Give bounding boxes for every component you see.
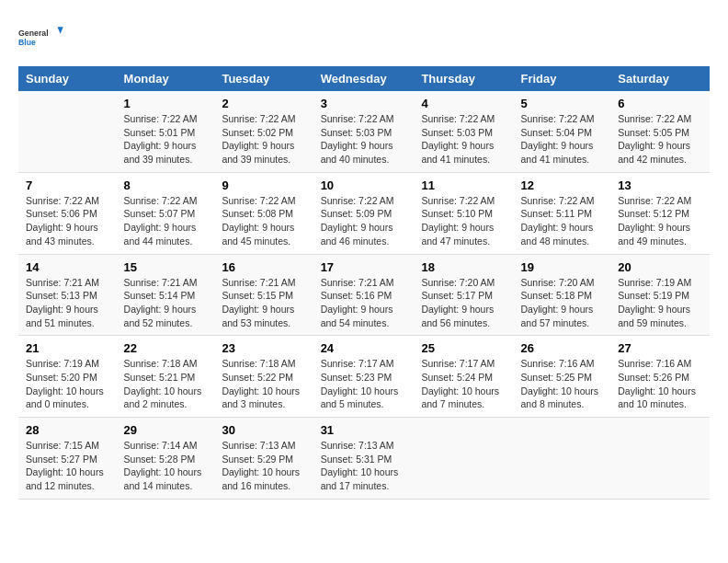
- day-info: Sunrise: 7:22 AM Sunset: 5:10 PM Dayligh…: [421, 194, 506, 248]
- day-info: Sunrise: 7:20 AM Sunset: 5:18 PM Dayligh…: [520, 276, 603, 330]
- day-number: 13: [618, 178, 702, 192]
- calendar-cell: [18, 91, 117, 172]
- day-number: 19: [520, 260, 603, 274]
- day-info: Sunrise: 7:22 AM Sunset: 5:01 PM Dayligh…: [124, 112, 208, 167]
- day-number: 23: [222, 341, 305, 355]
- calendar-cell: [610, 418, 710, 500]
- calendar-week-row: 14Sunrise: 7:21 AM Sunset: 5:13 PM Dayli…: [18, 254, 710, 336]
- day-number: 26: [520, 341, 603, 355]
- calendar-cell: 20Sunrise: 7:19 AM Sunset: 5:19 PM Dayli…: [610, 254, 710, 336]
- calendar-cell: 15Sunrise: 7:21 AM Sunset: 5:14 PM Dayli…: [117, 254, 215, 336]
- calendar-cell: 23Sunrise: 7:18 AM Sunset: 5:22 PM Dayli…: [214, 336, 313, 418]
- weekday-header-thursday: Thursday: [414, 66, 513, 91]
- calendar-cell: 12Sunrise: 7:22 AM Sunset: 5:11 PM Dayli…: [513, 172, 610, 254]
- calendar-cell: 30Sunrise: 7:13 AM Sunset: 5:29 PM Dayli…: [214, 418, 313, 500]
- calendar-week-row: 7Sunrise: 7:22 AM Sunset: 5:06 PM Daylig…: [18, 172, 710, 254]
- day-info: Sunrise: 7:17 AM Sunset: 5:23 PM Dayligh…: [321, 357, 407, 411]
- calendar-cell: 4Sunrise: 7:22 AM Sunset: 5:03 PM Daylig…: [414, 91, 513, 172]
- calendar-cell: 10Sunrise: 7:22 AM Sunset: 5:09 PM Dayli…: [313, 172, 415, 254]
- day-info: Sunrise: 7:22 AM Sunset: 5:09 PM Dayligh…: [321, 194, 407, 248]
- calendar-cell: 7Sunrise: 7:22 AM Sunset: 5:06 PM Daylig…: [18, 172, 117, 254]
- calendar-cell: 8Sunrise: 7:22 AM Sunset: 5:07 PM Daylig…: [117, 172, 215, 254]
- day-info: Sunrise: 7:16 AM Sunset: 5:26 PM Dayligh…: [618, 357, 702, 411]
- calendar-cell: 25Sunrise: 7:17 AM Sunset: 5:24 PM Dayli…: [414, 336, 513, 418]
- svg-text:Blue: Blue: [18, 38, 36, 47]
- calendar-cell: 26Sunrise: 7:16 AM Sunset: 5:25 PM Dayli…: [513, 336, 610, 418]
- calendar-cell: 27Sunrise: 7:16 AM Sunset: 5:26 PM Dayli…: [610, 336, 710, 418]
- svg-marker-2: [58, 27, 63, 34]
- day-info: Sunrise: 7:22 AM Sunset: 5:02 PM Dayligh…: [222, 112, 305, 167]
- calendar-cell: 21Sunrise: 7:19 AM Sunset: 5:20 PM Dayli…: [18, 336, 117, 418]
- day-number: 5: [520, 97, 603, 110]
- day-number: 25: [421, 341, 506, 355]
- day-info: Sunrise: 7:22 AM Sunset: 5:03 PM Dayligh…: [421, 112, 506, 167]
- day-number: 12: [520, 178, 603, 192]
- day-info: Sunrise: 7:18 AM Sunset: 5:21 PM Dayligh…: [124, 357, 208, 411]
- weekday-header-tuesday: Tuesday: [214, 66, 313, 91]
- day-info: Sunrise: 7:19 AM Sunset: 5:20 PM Dayligh…: [26, 357, 109, 411]
- day-number: 16: [222, 260, 305, 274]
- weekday-header-saturday: Saturday: [610, 66, 710, 91]
- day-info: Sunrise: 7:16 AM Sunset: 5:25 PM Dayligh…: [520, 357, 603, 411]
- logo: General Blue: [18, 18, 64, 57]
- day-info: Sunrise: 7:22 AM Sunset: 5:03 PM Dayligh…: [321, 112, 407, 167]
- day-number: 17: [321, 260, 407, 274]
- day-info: Sunrise: 7:21 AM Sunset: 5:16 PM Dayligh…: [321, 276, 407, 330]
- weekday-header-wednesday: Wednesday: [313, 66, 415, 91]
- day-info: Sunrise: 7:19 AM Sunset: 5:19 PM Dayligh…: [618, 276, 702, 330]
- calendar-cell: 3Sunrise: 7:22 AM Sunset: 5:03 PM Daylig…: [313, 91, 415, 172]
- day-number: 6: [618, 97, 702, 110]
- day-number: 3: [321, 97, 407, 110]
- day-info: Sunrise: 7:21 AM Sunset: 5:14 PM Dayligh…: [124, 276, 208, 330]
- calendar-cell: 16Sunrise: 7:21 AM Sunset: 5:15 PM Dayli…: [214, 254, 313, 336]
- weekday-header-sunday: Sunday: [18, 66, 117, 91]
- calendar-week-row: 28Sunrise: 7:15 AM Sunset: 5:27 PM Dayli…: [18, 418, 710, 500]
- calendar-cell: 28Sunrise: 7:15 AM Sunset: 5:27 PM Dayli…: [18, 418, 117, 500]
- day-info: Sunrise: 7:15 AM Sunset: 5:27 PM Dayligh…: [26, 439, 109, 493]
- calendar-cell: 6Sunrise: 7:22 AM Sunset: 5:05 PM Daylig…: [610, 91, 710, 172]
- day-number: 2: [222, 97, 305, 110]
- day-number: 20: [618, 260, 702, 274]
- day-number: 29: [124, 423, 208, 437]
- day-info: Sunrise: 7:22 AM Sunset: 5:05 PM Dayligh…: [618, 112, 702, 167]
- day-number: 1: [124, 97, 208, 110]
- calendar-cell: 5Sunrise: 7:22 AM Sunset: 5:04 PM Daylig…: [513, 91, 610, 172]
- day-number: 7: [26, 178, 109, 192]
- day-info: Sunrise: 7:20 AM Sunset: 5:17 PM Dayligh…: [421, 276, 506, 330]
- day-number: 8: [124, 178, 208, 192]
- calendar-week-row: 1Sunrise: 7:22 AM Sunset: 5:01 PM Daylig…: [18, 91, 710, 172]
- day-number: 30: [222, 423, 305, 437]
- calendar-cell: 17Sunrise: 7:21 AM Sunset: 5:16 PM Dayli…: [313, 254, 415, 336]
- day-number: 28: [26, 423, 109, 437]
- calendar-cell: 9Sunrise: 7:22 AM Sunset: 5:08 PM Daylig…: [214, 172, 313, 254]
- calendar-cell: 22Sunrise: 7:18 AM Sunset: 5:21 PM Dayli…: [117, 336, 215, 418]
- day-info: Sunrise: 7:14 AM Sunset: 5:28 PM Dayligh…: [124, 439, 208, 493]
- calendar-cell: 24Sunrise: 7:17 AM Sunset: 5:23 PM Dayli…: [313, 336, 415, 418]
- day-number: 27: [618, 341, 702, 355]
- day-info: Sunrise: 7:13 AM Sunset: 5:31 PM Dayligh…: [321, 439, 407, 493]
- calendar-cell: 13Sunrise: 7:22 AM Sunset: 5:12 PM Dayli…: [610, 172, 710, 254]
- calendar-table: SundayMondayTuesdayWednesdayThursdayFrid…: [18, 66, 710, 500]
- day-info: Sunrise: 7:21 AM Sunset: 5:15 PM Dayligh…: [222, 276, 305, 330]
- day-info: Sunrise: 7:22 AM Sunset: 5:07 PM Dayligh…: [124, 194, 208, 248]
- day-info: Sunrise: 7:13 AM Sunset: 5:29 PM Dayligh…: [222, 439, 305, 493]
- calendar-cell: [513, 418, 610, 500]
- calendar-cell: 1Sunrise: 7:22 AM Sunset: 5:01 PM Daylig…: [117, 91, 215, 172]
- weekday-header-monday: Monday: [117, 66, 215, 91]
- calendar-cell: 19Sunrise: 7:20 AM Sunset: 5:18 PM Dayli…: [513, 254, 610, 336]
- day-info: Sunrise: 7:17 AM Sunset: 5:24 PM Dayligh…: [421, 357, 506, 411]
- day-info: Sunrise: 7:21 AM Sunset: 5:13 PM Dayligh…: [26, 276, 109, 330]
- calendar-week-row: 21Sunrise: 7:19 AM Sunset: 5:20 PM Dayli…: [18, 336, 710, 418]
- calendar-cell: [414, 418, 513, 500]
- day-info: Sunrise: 7:22 AM Sunset: 5:06 PM Dayligh…: [26, 194, 109, 248]
- day-info: Sunrise: 7:22 AM Sunset: 5:12 PM Dayligh…: [618, 194, 702, 248]
- weekday-header-friday: Friday: [513, 66, 610, 91]
- day-info: Sunrise: 7:22 AM Sunset: 5:08 PM Dayligh…: [222, 194, 305, 248]
- calendar-cell: 29Sunrise: 7:14 AM Sunset: 5:28 PM Dayli…: [117, 418, 215, 500]
- calendar-cell: 31Sunrise: 7:13 AM Sunset: 5:31 PM Dayli…: [313, 418, 415, 500]
- day-number: 9: [222, 178, 305, 192]
- page-header: General Blue: [18, 18, 710, 57]
- logo-svg: General Blue: [18, 18, 64, 57]
- day-number: 10: [321, 178, 407, 192]
- day-number: 22: [124, 341, 208, 355]
